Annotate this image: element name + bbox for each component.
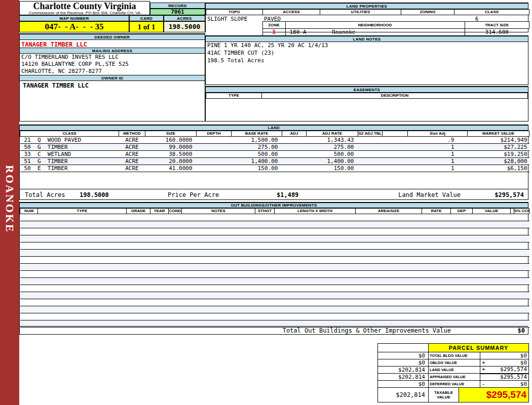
- out-buildings-body: [20, 214, 529, 328]
- land-cell: $27,225: [468, 144, 529, 151]
- tract-size-value: 314.600: [465, 29, 529, 36]
- land-cell: ACRE: [119, 144, 145, 151]
- land-row: 51 G TIMBERACRE20.00001,400.001,400.001$…: [20, 158, 529, 165]
- land-totals-row: Total Acres 198.5000 Price Per Acre $1,4…: [20, 189, 528, 199]
- land-cell: 1,500.00: [232, 137, 282, 144]
- summary-value: $0: [480, 352, 529, 359]
- land-properties-title: LAND PROPERTIES: [206, 3, 528, 9]
- summary-prior-value: $0: [378, 381, 429, 388]
- summary-operator: +: [482, 367, 485, 373]
- out-buildings-cell: [38, 264, 529, 271]
- summary-label: APPRAISED VALUE: [429, 374, 480, 381]
- out-buildings-column-header: YEAR: [150, 209, 169, 214]
- summary-label: DEFERRED VALUE: [429, 381, 480, 388]
- land-cell: [383, 137, 408, 144]
- land-properties-header-row: TOPO ACCESS UTILITIES ZONING CLASS: [206, 10, 529, 15]
- land-cell: 160.0000: [145, 137, 197, 144]
- record-label: RECORD: [150, 3, 205, 9]
- zoning-label: ZONING: [401, 10, 454, 15]
- parcel-summary-row: $0TOTAL BLDG VALUE$0: [378, 352, 529, 359]
- land-cell: 275.00: [307, 144, 358, 151]
- out-buildings-empty-row: [20, 264, 529, 271]
- land-cell: [358, 137, 383, 144]
- summary-prior-value: $202,814: [378, 367, 429, 374]
- easements-header-row: TYPE DESCRIPTION: [206, 93, 528, 99]
- out-buildings-cell: [20, 278, 38, 285]
- out-buildings-cell: [38, 257, 529, 264]
- parcel-summary-panel: PARCEL SUMMARY $0TOTAL BLDG VALUE$0$0OBL…: [377, 343, 528, 402]
- neighborhood-name: Roanoke: [332, 29, 355, 35]
- out-buildings-cell: [38, 250, 529, 257]
- land-cell: [383, 165, 408, 172]
- taxable-prior-value: $202,814: [378, 388, 429, 402]
- out-buildings-cell: [20, 250, 38, 257]
- out-buildings-empty-row: [20, 250, 529, 257]
- tract-size-label: TRACT SIZE: [465, 22, 529, 29]
- land-cell: [282, 137, 307, 144]
- parcel-summary-row: $202,814LAND VALUE+$295,574: [378, 367, 529, 374]
- land-cell: .9: [408, 137, 468, 144]
- price-per-acre-label: Price Per Acre: [168, 191, 219, 198]
- land-cell: 20.0000: [145, 158, 197, 165]
- summary-operator: +: [482, 360, 485, 366]
- easements-title: EASEMENTS: [206, 87, 528, 93]
- land-cell: [358, 151, 383, 158]
- land-cell: 21 Q WOOD PAVED: [20, 137, 119, 144]
- summary-prior-value: $0: [378, 359, 429, 367]
- summary-amount: $295,574: [500, 374, 527, 380]
- land-cell: [383, 144, 408, 151]
- easements-panel: EASEMENTS TYPE DESCRIPTION: [205, 86, 528, 122]
- map-number-value: 047- - A- - - 35: [19, 21, 129, 32]
- out-buildings-column-header: TYPE: [38, 209, 127, 214]
- out-buildings-cell: [38, 214, 529, 221]
- land-cell: [197, 158, 232, 165]
- region-sidebar: ROANOKE: [0, 0, 19, 405]
- land-cell: 1: [408, 158, 468, 165]
- out-buildings-cell: [20, 264, 38, 271]
- total-acres-label: Total Acres: [25, 191, 65, 198]
- county-header: Charlotte County Virginia Commissioner o…: [19, 1, 150, 15]
- out-buildings-cell: [38, 313, 529, 320]
- out-buildings-cell: [20, 228, 38, 235]
- land-market-value: $295,574: [495, 191, 524, 198]
- land-cell: 1: [408, 151, 468, 158]
- land-cell: 500.00: [307, 151, 358, 158]
- summary-value: -$0: [480, 381, 529, 388]
- land-cell: [282, 151, 307, 158]
- out-buildings-empty-row: [20, 221, 529, 228]
- land-panel: LAND CLASSMETHODSIZEDEPTHBASE RATEADJADJ…: [19, 125, 528, 200]
- out-buildings-cell: [38, 306, 529, 313]
- out-buildings-total-row: Total Out Buildings & Other Improvements…: [20, 326, 528, 334]
- summary-value: +$0: [480, 359, 529, 367]
- zone-label: ZONE: [262, 22, 285, 29]
- land-cell: [197, 144, 232, 151]
- land-cell: 275.00: [232, 144, 282, 151]
- out-buildings-cell: [20, 257, 38, 264]
- land-cell: 41.0000: [145, 165, 197, 172]
- out-buildings-cell: [20, 313, 38, 320]
- land-cell: 50 E TIMBER: [20, 165, 119, 172]
- out-buildings-column-header: AREA/SIZE: [356, 209, 422, 214]
- summary-label: LAND VALUE: [429, 367, 480, 374]
- land-cell: $6,150: [468, 165, 529, 172]
- card-value: 1 of 1: [129, 21, 164, 32]
- utilities-label: UTILITIES: [320, 10, 401, 15]
- out-buildings-cell: [38, 278, 529, 285]
- summary-amount: $0: [520, 360, 527, 366]
- land-cell: $19,250: [468, 151, 529, 158]
- taxable-value-row: $202,814 TAXABLE VALUE $295,574: [378, 388, 529, 402]
- out-buildings-cell: [20, 292, 38, 299]
- out-buildings-title: OUT BUILDINGS/OTHER IMPROVEMENTS: [20, 202, 528, 208]
- land-note-line: PINE 1 YR 140 AC, 25 YR 20 AC 1/4/13: [206, 42, 528, 50]
- out-buildings-panel: OUT BUILDINGS/OTHER IMPROVEMENTS NUMTYPE…: [19, 202, 528, 335]
- out-buildings-cell: [20, 221, 38, 228]
- owner-panel: DEEDED OWNER TANAGER TIMBER LLC MAILING …: [19, 33, 205, 122]
- land-cell: 38.5000: [145, 151, 197, 158]
- land-row: 50 E TIMBERACRE41.0000150.00150.001$6,15…: [20, 165, 529, 172]
- out-buildings-empty-row: [20, 299, 529, 306]
- out-buildings-column-header: RATE: [422, 209, 451, 214]
- land-row: 33 C WETLANDACRE38.5000500.00500.001$19,…: [20, 151, 529, 158]
- easement-description-label: DESCRIPTION: [262, 93, 528, 99]
- parcel-summary-row: $0OBLDG VALUE+$0: [378, 359, 529, 367]
- land-cell: [197, 151, 232, 158]
